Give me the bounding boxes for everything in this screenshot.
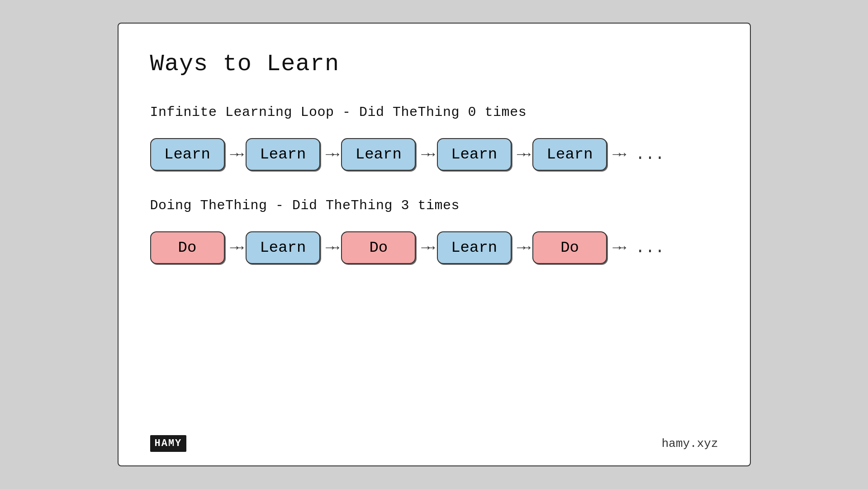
section-infinite-loop: Infinite Learning Loop - Did TheThing 0 … [150, 105, 718, 171]
slide-title: Ways to Learn [150, 51, 718, 77]
box-learn-2: Learn [246, 138, 320, 171]
box-do-2: Do [341, 231, 416, 264]
box-learn-1: Learn [150, 138, 225, 171]
box-learn-3: Learn [341, 138, 416, 171]
box-do-3: Do [532, 231, 607, 264]
arrow-7: →→ [326, 240, 336, 256]
box-learn-6: Learn [246, 231, 320, 264]
arrow-5: →→ [612, 146, 622, 163]
box-learn-4: Learn [437, 138, 512, 171]
box-learn-5: Learn [532, 138, 607, 171]
section2-flow: Do →→ Learn →→ Do →→ Learn →→ Do →→ ... [150, 231, 718, 264]
box-learn-7: Learn [437, 231, 512, 264]
section-doing-thing: Doing TheThing - Did TheThing 3 times Do… [150, 198, 718, 264]
arrow-1: →→ [230, 146, 240, 163]
section2-label: Doing TheThing - Did TheThing 3 times [150, 198, 718, 213]
box-do-1: Do [150, 231, 225, 264]
arrow-9: →→ [517, 240, 527, 256]
ellipsis-2: ... [636, 239, 665, 257]
slide: Ways to Learn Infinite Learning Loop - D… [118, 23, 751, 466]
arrow-10: →→ [612, 240, 622, 256]
arrow-4: →→ [517, 146, 527, 163]
arrow-6: →→ [230, 240, 240, 256]
arrow-3: →→ [421, 146, 431, 163]
footer-url: hamy.xyz [662, 437, 718, 451]
arrow-2: →→ [326, 146, 336, 163]
arrow-8: →→ [421, 240, 431, 256]
logo: HAMY [150, 435, 187, 452]
footer: HAMY hamy.xyz [150, 435, 718, 452]
ellipsis-1: ... [636, 145, 665, 164]
section1-label: Infinite Learning Loop - Did TheThing 0 … [150, 105, 718, 120]
section1-flow: Learn →→ Learn →→ Learn →→ Learn →→ Lear… [150, 138, 718, 171]
